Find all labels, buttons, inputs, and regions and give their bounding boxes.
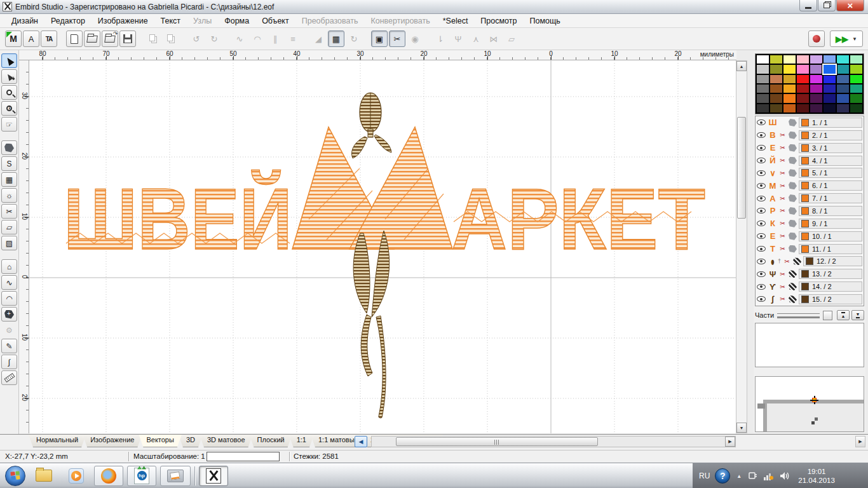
- color-swatch-1-6[interactable]: [837, 65, 849, 73]
- scroll-up-button[interactable]: ▲: [736, 61, 747, 71]
- object-label-cell[interactable]: 6. / 1: [799, 180, 862, 191]
- clock[interactable]: 19:01 21.04.2013: [798, 467, 835, 485]
- scroll-down-button[interactable]: ▼: [736, 423, 747, 433]
- menu-item-1[interactable]: Редактор: [44, 15, 92, 27]
- color-swatch-4-5[interactable]: [824, 94, 836, 102]
- menu-item-5[interactable]: Форма: [218, 15, 255, 27]
- canvas-vertical-scrollbar[interactable]: ▲ ▼: [736, 60, 747, 433]
- color-swatch-3-6[interactable]: [837, 85, 849, 93]
- text-tool-button[interactable]: A: [23, 30, 39, 47]
- fill-object-tool[interactable]: [1, 140, 17, 155]
- object-label-cell[interactable]: 3. / 1: [799, 143, 862, 153]
- hoop-frame-button[interactable]: ▣: [371, 30, 388, 47]
- start-button[interactable]: [5, 466, 25, 486]
- object-label-cell[interactable]: 8. / 1: [799, 206, 862, 216]
- color-swatch-3-1[interactable]: [770, 85, 782, 93]
- color-swatch-4-3[interactable]: [797, 94, 809, 102]
- color-swatch-5-6[interactable]: [837, 104, 849, 112]
- stitch-mode-button[interactable]: M: [5, 30, 22, 47]
- stipple-tool[interactable]: ∫: [1, 355, 17, 369]
- menu-item-10[interactable]: Просмотр: [474, 15, 523, 27]
- minimize-button[interactable]: [799, 0, 817, 11]
- color-swatch-3-0[interactable]: [757, 85, 769, 93]
- color-swatch-2-0[interactable]: [757, 75, 769, 83]
- color-swatch-4-6[interactable]: [837, 94, 849, 102]
- color-swatch-1-0[interactable]: [757, 65, 769, 73]
- color-swatch-5-0[interactable]: [757, 104, 769, 112]
- object-list-item[interactable]: В✂2. / 1: [756, 129, 864, 142]
- text-art-tool-button[interactable]: TA: [41, 30, 57, 47]
- color-swatch-3-5[interactable]: [824, 85, 836, 93]
- hole-tool[interactable]: [1, 307, 17, 322]
- cut-tool[interactable]: ✂: [1, 204, 17, 219]
- color-swatch-4-1[interactable]: [770, 94, 782, 102]
- help-icon[interactable]: ?: [715, 468, 730, 484]
- firefox-button[interactable]: [94, 466, 123, 486]
- color-swatch-1-2[interactable]: [783, 65, 796, 73]
- hp-center-button[interactable]: hp: [127, 466, 156, 486]
- visibility-eye-icon[interactable]: [757, 233, 766, 239]
- visibility-eye-icon[interactable]: [757, 208, 766, 214]
- visibility-eye-icon[interactable]: [757, 271, 766, 277]
- stitch-visibility-button[interactable]: ✂: [389, 30, 405, 47]
- select-tool[interactable]: [1, 53, 17, 68]
- merge-design-button[interactable]: [102, 30, 118, 47]
- object-label-cell[interactable]: 2. / 1: [799, 130, 862, 140]
- horizontal-scroll-thumb[interactable]: [396, 437, 598, 446]
- color-swatch-1-5[interactable]: [824, 65, 836, 73]
- color-swatch-3-7[interactable]: [850, 85, 862, 93]
- object-list-item[interactable]: К✂9. / 1: [756, 217, 864, 230]
- menu-item-6[interactable]: Объект: [255, 15, 295, 27]
- embird-button[interactable]: [199, 466, 228, 486]
- color-swatch-1-3[interactable]: [797, 65, 809, 73]
- parts-move-top-button[interactable]: ▲: [837, 310, 850, 320]
- tabs-scroll-left-button[interactable]: ◀: [355, 436, 367, 447]
- photo-viewer-button[interactable]: [160, 466, 191, 486]
- color-swatch-0-6[interactable]: [837, 55, 849, 64]
- sew-simulator-button[interactable]: ▶▶ ▼: [830, 30, 863, 47]
- color-swatch-5-3[interactable]: [797, 104, 809, 112]
- save-design-button[interactable]: [119, 30, 136, 47]
- visibility-eye-icon[interactable]: [757, 220, 766, 226]
- background-image-button[interactable]: ▦: [328, 30, 344, 47]
- parts-list[interactable]: [755, 323, 864, 367]
- power-plug-icon[interactable]: [748, 471, 758, 481]
- menu-item-9[interactable]: *Select: [437, 15, 475, 27]
- menu-item-2[interactable]: Изображение: [92, 15, 154, 27]
- color-swatch-5-7[interactable]: [850, 104, 862, 112]
- tab-Нормальный[interactable]: Нормальный: [29, 435, 86, 447]
- restore-button[interactable]: [818, 0, 836, 11]
- color-swatch-0-3[interactable]: [797, 55, 809, 64]
- object-label-cell[interactable]: 10. / 1: [799, 231, 862, 241]
- color-swatch-5-5[interactable]: [824, 104, 836, 112]
- object-label-cell[interactable]: 12. / 2: [803, 256, 862, 266]
- color-swatch-2-7[interactable]: [850, 75, 862, 83]
- object-list-item[interactable]: Р✂8. / 1: [756, 205, 864, 217]
- object-list-item[interactable]: А✂7. / 1: [756, 192, 864, 205]
- color-swatch-0-5[interactable]: [824, 55, 836, 64]
- color-swatch-1-4[interactable]: [810, 65, 822, 73]
- object-label-cell[interactable]: 1. / 1: [799, 118, 862, 128]
- color-swatch-1-7[interactable]: [850, 65, 862, 73]
- color-swatch-5-2[interactable]: [783, 104, 796, 112]
- visibility-eye-icon[interactable]: [757, 145, 766, 151]
- network-signal-icon[interactable]: [763, 471, 775, 481]
- visibility-eye-icon[interactable]: [757, 119, 766, 125]
- record-button[interactable]: [808, 30, 825, 47]
- open-design-button[interactable]: [84, 30, 100, 47]
- design-canvas[interactable]: ШВЕЙ АРКЕТ: [29, 60, 736, 433]
- polygon-tool[interactable]: ⌂: [1, 259, 17, 274]
- object-list-item[interactable]: ∫✂15. / 2: [756, 293, 864, 306]
- object-list-item[interactable]: Ψ✂13. / 2: [756, 268, 864, 280]
- color-swatch-4-4[interactable]: [810, 94, 822, 102]
- visibility-eye-icon[interactable]: [757, 196, 766, 201]
- visibility-eye-icon[interactable]: [757, 170, 766, 176]
- photostitch-tool[interactable]: ▦: [1, 172, 17, 187]
- sfumato-tool[interactable]: S: [1, 156, 17, 171]
- object-list-item[interactable]: ∨✂5. / 1: [756, 166, 864, 179]
- parts-slider[interactable]: [777, 313, 820, 317]
- object-list-item[interactable]: Т✂11. / 1: [756, 243, 864, 255]
- visibility-eye-icon[interactable]: [757, 158, 766, 163]
- color-swatch-0-1[interactable]: [770, 55, 782, 64]
- object-list-item[interactable]: М✂6. / 1: [756, 179, 864, 192]
